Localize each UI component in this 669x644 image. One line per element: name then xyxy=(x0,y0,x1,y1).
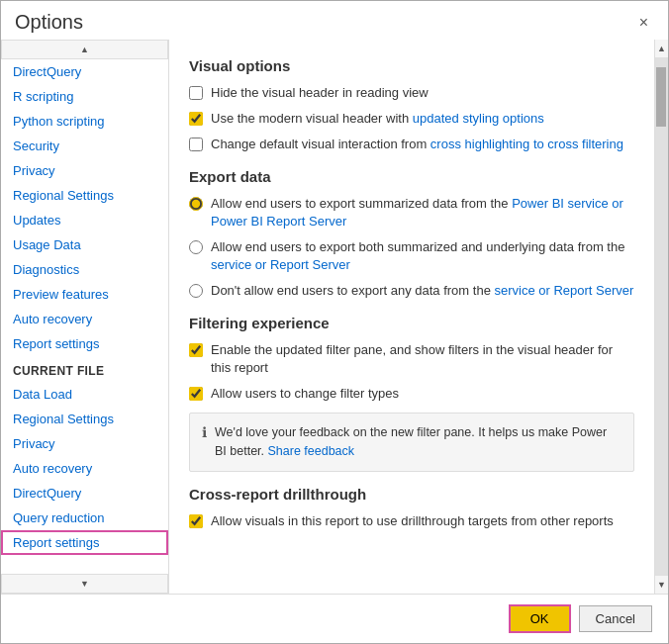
sidebar-item-report-settings-cf[interactable]: Report settings xyxy=(1,530,168,555)
checkbox-visual-options-1[interactable] xyxy=(189,112,203,126)
sidebar-section-header-current-file: CURRENT FILE xyxy=(1,356,168,382)
sidebar-scroll-up-arrow[interactable]: ▲ xyxy=(1,40,168,59)
sidebar-item-directquery-cf[interactable]: DirectQuery xyxy=(1,481,168,506)
options-dialog: Options × ▲ DirectQueryR scriptingPython… xyxy=(0,0,669,644)
sidebar-item-auto-recovery[interactable]: Auto recovery xyxy=(1,307,168,331)
sidebar-current-file-items: Data LoadRegional SettingsPrivacyAuto re… xyxy=(1,382,168,555)
sidebar-scroll-down-arrow[interactable]: ▼ xyxy=(1,574,168,594)
option-label-visual-options-1: Use the modern visual header with update… xyxy=(211,110,544,128)
sidebar-item-directquery[interactable]: DirectQuery xyxy=(1,59,168,84)
option-row-export-data-0: Allow end users to export summarized dat… xyxy=(189,195,634,230)
main-scroll-up-arrow[interactable]: ▲ xyxy=(655,40,668,57)
option-label-cross-report-drillthrough-0: Allow visuals in this report to use dril… xyxy=(211,512,614,530)
info-icon: ℹ xyxy=(202,424,207,440)
main-scroll-down-arrow[interactable]: ▼ xyxy=(655,576,668,594)
sidebar-item-data-load[interactable]: Data Load xyxy=(1,382,168,407)
sidebar-item-r-scripting[interactable]: R scripting xyxy=(1,84,168,109)
option-row-filtering-experience-0: Enable the updated filter pane, and show… xyxy=(189,341,634,377)
right-scrollbar: ▲ ▼ xyxy=(654,40,668,594)
radio-export-data-1[interactable] xyxy=(189,240,203,254)
sidebar-item-report-settings[interactable]: Report settings xyxy=(1,331,168,356)
option-label-filtering-experience-1: Allow users to change filter types xyxy=(211,385,399,403)
sidebar-item-privacy-cf[interactable]: Privacy xyxy=(1,431,168,456)
feedback-text: We'd love your feedback on the new filte… xyxy=(215,423,621,461)
sidebar-inner: DirectQueryR scriptingPython scriptingSe… xyxy=(1,59,168,574)
option-row-export-data-2: Don't allow end users to export any data… xyxy=(189,282,634,300)
sidebar-item-security[interactable]: Security xyxy=(1,134,168,158)
sidebar-item-diagnostics[interactable]: Diagnostics xyxy=(1,257,168,282)
checkbox-filtering-experience-0[interactable] xyxy=(189,343,203,357)
checkbox-filtering-experience-1[interactable] xyxy=(189,387,203,401)
cancel-button[interactable]: Cancel xyxy=(579,605,652,632)
sidebar-global-items: DirectQueryR scriptingPython scriptingSe… xyxy=(1,59,168,356)
section-title-export-data: Export data xyxy=(189,168,634,185)
sidebar-item-privacy[interactable]: Privacy xyxy=(1,158,168,183)
radio-export-data-0[interactable] xyxy=(189,197,203,211)
sidebar-item-python-scripting[interactable]: Python scripting xyxy=(1,109,168,134)
sidebar-item-regional-settings-cf[interactable]: Regional Settings xyxy=(1,407,168,431)
checkbox-cross-report-drillthrough-0[interactable] xyxy=(189,514,203,528)
titlebar: Options × xyxy=(1,1,668,40)
sidebar-item-usage-data[interactable]: Usage Data xyxy=(1,232,168,257)
dialog-body: ▲ DirectQueryR scriptingPython scripting… xyxy=(1,40,668,594)
sidebar: ▲ DirectQueryR scriptingPython scripting… xyxy=(1,40,169,594)
sidebar-item-auto-recovery-cf[interactable]: Auto recovery xyxy=(1,456,168,481)
option-row-export-data-1: Allow end users to export both summarize… xyxy=(189,238,634,274)
dialog-title: Options xyxy=(15,11,83,34)
option-row-visual-options-2: Change default visual interaction from c… xyxy=(189,136,634,153)
option-row-filtering-experience-1: Allow users to change filter types xyxy=(189,385,634,403)
option-label-export-data-2: Don't allow end users to export any data… xyxy=(211,282,633,300)
option-label-visual-options-2: Change default visual interaction from c… xyxy=(211,136,623,153)
checkbox-visual-options-2[interactable] xyxy=(189,138,203,151)
sidebar-item-regional-settings[interactable]: Regional Settings xyxy=(1,183,168,208)
ok-button[interactable]: OK xyxy=(509,604,571,633)
checkbox-visual-options-0[interactable] xyxy=(189,86,203,100)
option-label-export-data-1: Allow end users to export both summarize… xyxy=(211,238,634,274)
share-feedback-link[interactable]: Share feedback xyxy=(268,444,355,458)
scroll-track xyxy=(655,57,668,576)
option-label-export-data-0: Allow end users to export summarized dat… xyxy=(211,195,634,230)
main-content: Visual optionsHide the visual header in … xyxy=(169,40,654,594)
option-label-filtering-experience-0: Enable the updated filter pane, and show… xyxy=(211,341,634,377)
option-row-visual-options-1: Use the modern visual header with update… xyxy=(189,110,634,128)
option-label-visual-options-0: Hide the visual header in reading view xyxy=(211,84,429,102)
scroll-thumb[interactable] xyxy=(656,67,666,127)
dialog-footer: OK Cancel xyxy=(1,594,668,643)
section-title-filtering-experience: Filtering experience xyxy=(189,315,634,331)
sidebar-item-updates[interactable]: Updates xyxy=(1,208,168,232)
feedback-box-filtering-experience: ℹWe'd love your feedback on the new filt… xyxy=(189,413,634,472)
sidebar-item-query-reduction[interactable]: Query reduction xyxy=(1,506,168,530)
section-title-visual-options: Visual options xyxy=(189,57,634,74)
section-title-cross-report-drillthrough: Cross-report drillthrough xyxy=(189,486,634,503)
close-button[interactable]: × xyxy=(633,12,654,34)
sidebar-item-preview-features[interactable]: Preview features xyxy=(1,282,168,307)
radio-export-data-2[interactable] xyxy=(189,284,203,298)
option-row-visual-options-0: Hide the visual header in reading view xyxy=(189,84,634,102)
option-row-cross-report-drillthrough-0: Allow visuals in this report to use dril… xyxy=(189,512,634,530)
